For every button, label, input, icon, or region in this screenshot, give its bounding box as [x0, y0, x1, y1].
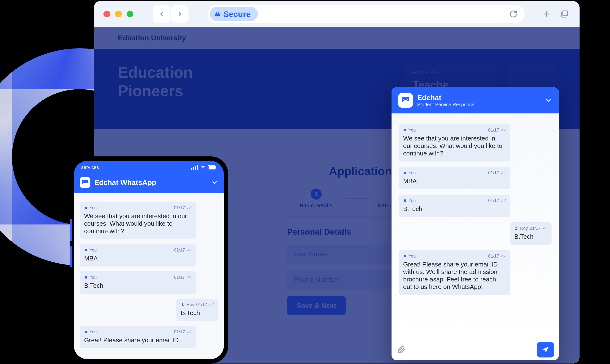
sender-name: You: [408, 198, 416, 203]
edchat-logo-icon: [398, 93, 413, 108]
sender-icon: [403, 199, 406, 202]
chat-input-bar: [391, 339, 559, 360]
chat-header[interactable]: Edchat Student Service Response: [391, 87, 559, 114]
new-tab-button[interactable]: [541, 9, 552, 19]
sender-icon: [84, 330, 87, 334]
whatsapp-chat-header[interactable]: Edchat WhatsApp: [74, 174, 224, 193]
chat-messages: You01/17 ✓✓We see that you are intereste…: [391, 114, 559, 339]
message-text: MBA: [84, 255, 191, 262]
phone-status-bar: services: [74, 161, 224, 174]
chat-subtitle: Student Service Response: [417, 102, 474, 107]
chat-message[interactable]: You01/17 ✓✓MBA: [399, 167, 510, 189]
secure-indicator: Secure: [210, 7, 258, 21]
sender-name: You: [89, 205, 97, 210]
secure-label: Secure: [223, 9, 251, 19]
sender-name: You: [408, 128, 416, 133]
read-check-icon: ✓✓: [186, 329, 191, 334]
message-text: B.Tech: [84, 282, 191, 289]
edchat-widget: Edchat Student Service Response You01/17…: [391, 87, 559, 360]
window-controls: [103, 11, 133, 17]
chat-message[interactable]: You01/17 ✓✓MBA: [80, 244, 196, 266]
sender-icon: [181, 303, 185, 307]
read-check-icon: ✓✓: [500, 170, 506, 175]
toolbar-right-icons: [541, 9, 570, 19]
chevron-down-icon[interactable]: [211, 179, 218, 186]
chat-message[interactable]: You01/17 ✓✓We see that you are intereste…: [399, 124, 510, 161]
phone-mockup: services Edchat WhatsApp You01/17 ✓✓We s…: [69, 156, 228, 364]
card-eyebrow: EXPERIE: [413, 70, 490, 76]
whatsapp-logo-icon: [80, 177, 90, 188]
svg-point-6: [515, 227, 517, 228]
sender-name: Roy: [520, 226, 528, 231]
svg-rect-13: [84, 276, 87, 278]
tabs-overview-button[interactable]: [559, 9, 570, 19]
chat-message[interactable]: You01/17 ✓✓Great! Please share your emai…: [399, 250, 510, 295]
chevron-down-icon[interactable]: [545, 97, 552, 104]
sender-icon: [84, 206, 87, 209]
send-button[interactable]: [537, 342, 554, 357]
message-date: 01/17 ✓✓: [488, 170, 506, 175]
wifi-icon: [200, 165, 206, 170]
read-check-icon: ✓✓: [186, 205, 191, 210]
message-text: MBA: [403, 177, 506, 185]
chat-message[interactable]: Roy01/17 ✓✓B.Tech: [176, 299, 218, 321]
svg-rect-3: [404, 129, 406, 131]
svg-rect-7: [404, 255, 406, 257]
read-check-icon: ✓✓: [542, 226, 547, 231]
message-text: Great! Please share your email ID: [84, 337, 191, 344]
svg-rect-2: [563, 11, 568, 16]
svg-rect-5: [404, 199, 406, 202]
maximize-window-icon[interactable]: [127, 11, 133, 17]
sender-name: You: [408, 254, 416, 259]
address-bar[interactable]: Secure: [208, 5, 525, 23]
svg-rect-4: [404, 172, 406, 174]
chat-message[interactable]: Roy01/17 ✓✓B.Tech: [510, 222, 552, 245]
message-date: 01/17 ✓✓: [174, 247, 191, 253]
message-date: 01/17 ✓✓: [488, 198, 506, 203]
sender-icon: [403, 171, 406, 174]
reload-button[interactable]: [508, 9, 519, 19]
attachment-icon[interactable]: [396, 345, 405, 354]
sender-name: You: [89, 329, 97, 335]
chat-message[interactable]: You01/17 ✓✓Great! Please share your emai…: [80, 326, 196, 348]
chat-title: Edchat: [417, 94, 474, 102]
message-date: 01/17 ✓✓: [488, 128, 506, 133]
close-window-icon[interactable]: [103, 11, 110, 17]
save-next-button[interactable]: Save & Next: [287, 296, 346, 315]
sender-icon: [403, 254, 406, 258]
step-label: Basic Details: [300, 203, 333, 209]
hero-title-line1: Education: [118, 63, 193, 82]
lock-icon: [215, 11, 221, 17]
volume-up-button: [69, 219, 72, 241]
chat-message[interactable]: You01/17 ✓✓B.Tech: [399, 195, 510, 217]
message-date: 01/17 ✓✓: [488, 253, 506, 259]
battery-icon: [208, 165, 217, 169]
chat-message[interactable]: You01/17 ✓✓We see that you are intereste…: [80, 202, 196, 239]
whatsapp-messages: You01/17 ✓✓We see that you are intereste…: [74, 193, 224, 359]
svg-rect-12: [84, 249, 87, 251]
back-button[interactable]: [153, 5, 170, 23]
sender-icon: [84, 276, 87, 279]
svg-rect-11: [84, 207, 87, 209]
forward-button[interactable]: [171, 5, 189, 23]
sender-name: You: [408, 170, 416, 175]
browser-toolbar: Secure: [94, 1, 580, 27]
read-check-icon: ✓✓: [500, 254, 506, 259]
step-basic-details[interactable]: 1 Basic Details: [287, 189, 345, 209]
sender-icon: [84, 248, 87, 252]
whatsapp-chat-title: Edchat WhatsApp: [94, 178, 156, 187]
read-check-icon: ✓✓: [208, 302, 214, 307]
chat-message[interactable]: You01/17 ✓✓B.Tech: [80, 271, 196, 294]
message-text: B.Tech: [403, 205, 506, 213]
signal-icon: [191, 165, 198, 170]
sender-name: You: [89, 275, 97, 280]
carrier-label: services: [81, 165, 99, 170]
university-name: Eduation University: [118, 34, 186, 42]
nav-buttons: [153, 5, 189, 23]
svg-rect-9: [208, 166, 215, 169]
volume-down-button: [69, 246, 72, 267]
read-check-icon: ✓✓: [186, 275, 191, 280]
read-check-icon: ✓✓: [186, 248, 191, 252]
phone-screen: services Edchat WhatsApp You01/17 ✓✓We s…: [74, 161, 224, 359]
minimize-window-icon[interactable]: [115, 11, 122, 17]
